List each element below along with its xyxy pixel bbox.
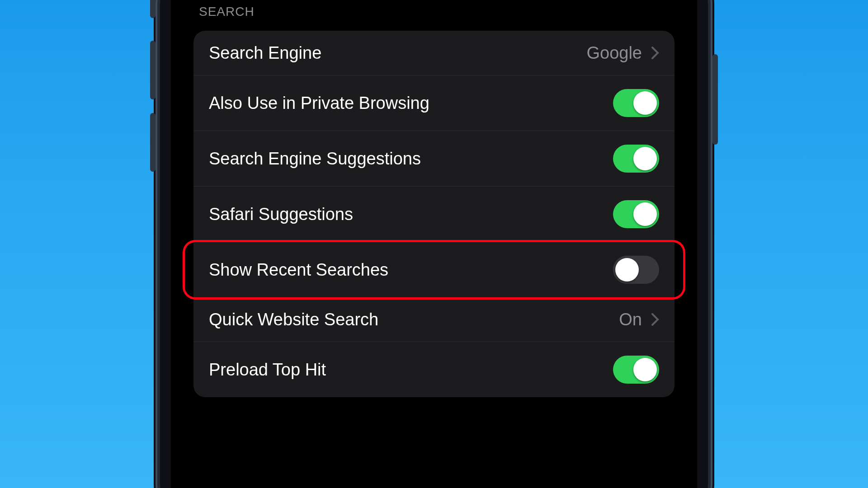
row-label: Search Engine Suggestions <box>209 150 421 167</box>
chevron-right-icon <box>651 46 659 60</box>
toggle-knob <box>615 258 639 282</box>
volume-up-button <box>150 41 156 99</box>
toggle-knob <box>633 147 657 170</box>
toggle-safari-suggestions[interactable] <box>613 200 659 228</box>
row-label: Quick Website Search <box>209 311 378 328</box>
toggle-preload-top-hit[interactable] <box>613 356 659 384</box>
mute-switch <box>150 0 156 18</box>
phone-frame: SEARCH Search Engine Google Also Use in … <box>160 0 708 488</box>
toggle-knob <box>633 358 657 381</box>
chevron-right-icon <box>651 313 659 326</box>
row-engine-suggestions[interactable]: Search Engine Suggestions <box>193 131 675 187</box>
row-safari-suggestions[interactable]: Safari Suggestions <box>193 187 675 242</box>
toggle-show-recent-searches[interactable] <box>613 256 659 284</box>
row-private-browsing[interactable]: Also Use in Private Browsing <box>193 75 675 131</box>
row-label: Also Use in Private Browsing <box>209 94 429 112</box>
row-preload-top-hit[interactable]: Preload Top Hit <box>193 342 675 397</box>
row-quick-website-search[interactable]: Quick Website Search On <box>193 297 675 342</box>
volume-down-button <box>150 113 156 172</box>
settings-group: Search Engine Google Also Use in Private… <box>193 31 675 397</box>
toggle-engine-suggestions[interactable] <box>613 145 659 173</box>
screen: SEARCH Search Engine Google Also Use in … <box>171 0 697 488</box>
row-label: Show Recent Searches <box>209 261 388 278</box>
power-button <box>712 54 718 145</box>
toggle-private-browsing[interactable] <box>613 89 659 117</box>
toggle-knob <box>633 91 657 115</box>
row-tail: Google <box>586 44 659 61</box>
section-header: SEARCH <box>193 5 675 31</box>
toggle-knob <box>633 202 657 226</box>
row-label: Preload Top Hit <box>209 361 326 378</box>
row-search-engine[interactable]: Search Engine Google <box>193 31 675 75</box>
row-value: Google <box>586 44 642 61</box>
row-value: On <box>619 311 642 328</box>
row-label: Search Engine <box>209 44 321 61</box>
row-tail: On <box>619 311 659 328</box>
row-show-recent-searches[interactable]: Show Recent Searches <box>183 240 685 300</box>
row-label: Safari Suggestions <box>209 206 353 223</box>
